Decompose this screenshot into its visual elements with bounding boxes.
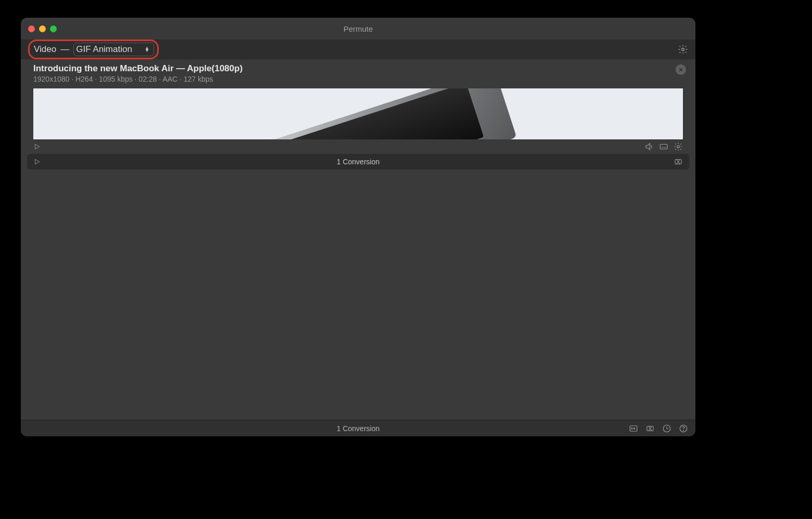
format-preset-selected: GIF Animation xyxy=(76,44,132,55)
status-count-label: 1 Conversion xyxy=(337,424,380,433)
queue-count-label: 1 Conversion xyxy=(337,158,380,166)
close-window-button[interactable] xyxy=(28,25,35,32)
preview-play-button[interactable] xyxy=(33,143,41,150)
toolbar-settings-button[interactable] xyxy=(678,44,688,55)
svg-point-0 xyxy=(682,48,684,51)
conversion-item: Introducing the new MacBook Air — Apple(… xyxy=(27,59,689,154)
content-area: Video — GIF Animation ▲▼ Introducing the… xyxy=(21,40,695,420)
minimize-window-button[interactable] xyxy=(39,25,46,32)
format-toolbar: Video — GIF Animation ▲▼ xyxy=(21,40,695,59)
window-title: Permute xyxy=(344,24,373,33)
subtitles-icon[interactable] xyxy=(659,142,668,151)
item-title: Introducing the new MacBook Air — Apple(… xyxy=(33,63,683,74)
svg-rect-1 xyxy=(660,145,667,149)
clear-queue-button[interactable] xyxy=(674,157,683,166)
remove-item-button[interactable] xyxy=(676,64,686,75)
item-thumbnail[interactable] xyxy=(33,88,683,139)
svg-point-5 xyxy=(631,427,632,429)
chevron-up-down-icon: ▲▼ xyxy=(145,47,149,52)
titlebar: Permute xyxy=(21,18,695,40)
queue-button[interactable] xyxy=(645,424,655,433)
item-settings-button[interactable] xyxy=(674,142,683,151)
svg-point-10 xyxy=(683,430,684,431)
history-button[interactable] xyxy=(662,424,671,433)
volume-icon[interactable] xyxy=(644,142,654,151)
format-category-label: Video xyxy=(34,44,56,55)
queue-bar: 1 Conversion xyxy=(27,154,689,170)
status-bar: 1 Conversion xyxy=(21,420,695,436)
presets-button[interactable] xyxy=(629,424,638,433)
svg-point-6 xyxy=(633,427,635,429)
format-selector-group: Video — GIF Animation ▲▼ xyxy=(28,40,159,59)
item-header: Introducing the new MacBook Air — Apple(… xyxy=(27,59,689,85)
item-metadata: 1920x1080 · H264 · 1095 kbps · 02:28 · A… xyxy=(33,75,683,83)
zoom-window-button[interactable] xyxy=(50,25,57,32)
app-window: Permute Video — GIF Animation ▲▼ Introdu… xyxy=(21,18,695,436)
start-conversion-button[interactable] xyxy=(33,158,41,165)
format-preset-select[interactable]: GIF Animation ▲▼ xyxy=(73,43,154,56)
window-controls xyxy=(28,25,57,32)
help-button[interactable] xyxy=(679,424,688,433)
svg-point-2 xyxy=(677,146,680,148)
item-footer xyxy=(27,139,689,154)
format-separator: — xyxy=(60,44,69,55)
